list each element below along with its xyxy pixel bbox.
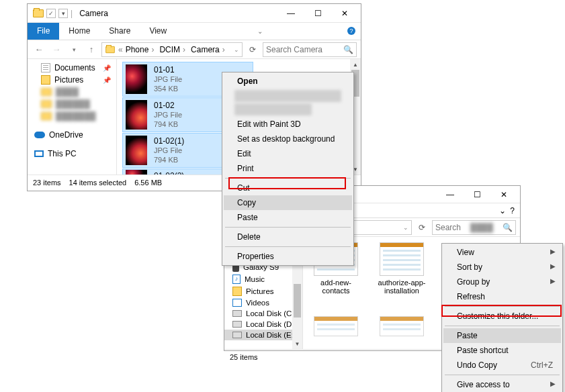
sidebar-item-diskd[interactable]: Local Disk (D:) [224, 319, 302, 330]
sidebar-item-redacted[interactable]: ████ [28, 86, 116, 98]
menu-item-paste-shortcut[interactable]: Paste shortcut [443, 343, 561, 358]
breadcrumb-dcim[interactable]: DCIM [159, 45, 188, 54]
sidebar-item-thispc[interactable]: This PC [28, 148, 116, 160]
menu-item-customize[interactable]: Customize this folder... [443, 309, 561, 324]
close-button[interactable]: ✕ [331, 5, 358, 22]
scroll-down-icon[interactable]: ▼ [292, 338, 302, 349]
back-button[interactable]: ← [32, 42, 46, 57]
thumbnail [314, 316, 358, 336]
help-icon[interactable]: ? [510, 206, 515, 215]
breadcrumb[interactable]: « Phone DCIM Camera ⌄ [101, 42, 243, 57]
pin-icon: 📌 [103, 64, 111, 72]
pin-icon: 📌 [103, 77, 111, 84]
menu-separator [445, 375, 560, 375]
scroll-up-icon[interactable]: ▲ [350, 59, 361, 70]
menu-item-copy[interactable]: Copy [224, 195, 352, 210]
window-title: Camera [79, 9, 108, 18]
search-input[interactable]: Search Camera 🔍 [263, 42, 357, 57]
shortcut-label: Ctrl+Z [531, 360, 553, 370]
file-item[interactable]: authorize-app-installation [374, 242, 429, 295]
scroll-thumb[interactable] [294, 284, 301, 317]
menu-item-print[interactable]: Print [224, 161, 352, 176]
ribbon-tabs: File Home Share View ⌄ ? [28, 23, 361, 40]
sidebar-item-redacted[interactable]: ███████ [28, 110, 116, 122]
status-selected: 14 items selected [69, 179, 127, 187]
qat-checkbox-icon[interactable]: ✓ [46, 9, 56, 18]
refresh-button[interactable]: ⟳ [415, 223, 429, 232]
forward-button[interactable]: → [49, 42, 64, 57]
file-type: JPG File [154, 111, 182, 120]
menu-item-groupby[interactable]: Group by▶ [443, 275, 561, 289]
maximize-button[interactable]: ☐ [464, 186, 490, 203]
menu-item-open[interactable]: Open [224, 74, 352, 89]
sidebar-item-onedrive[interactable]: OneDrive [28, 129, 116, 141]
maximize-button[interactable]: ☐ [304, 5, 331, 22]
menu-item-paste[interactable]: Paste [224, 210, 352, 225]
file-name: add-new-contacts [308, 279, 363, 295]
menu-item-delete[interactable]: Delete [224, 230, 352, 244]
minimize-button[interactable]: — [277, 5, 304, 22]
file-name: 01-02(1) [154, 136, 184, 146]
thumbnail [126, 64, 147, 94]
sidebar-item-label: Videos [246, 299, 269, 307]
sidebar-item-diskc[interactable]: Local Disk (C:) [224, 308, 302, 319]
sidebar-item-pictures[interactable]: Pictures [224, 285, 302, 297]
sidebar: Documents 📌 Pictures 📌 ████ ██████ █████… [28, 59, 117, 175]
menu-item-cut[interactable]: Cut [224, 181, 352, 195]
tab-view[interactable]: View [140, 23, 176, 40]
pictures-icon [232, 287, 242, 296]
file-name: authorize-app-installation [374, 279, 429, 295]
menu-item-wallpaper[interactable]: Set as desktop background [224, 132, 352, 146]
recent-locations-button[interactable]: ▾ [67, 42, 81, 57]
menu-separator [225, 227, 351, 228]
sidebar-item-pictures[interactable]: Pictures 📌 [28, 74, 116, 86]
file-item[interactable] [374, 316, 429, 336]
menu-item-redacted[interactable] [234, 103, 312, 115]
sidebar-item-redacted[interactable]: ██████ [28, 98, 116, 110]
menu-item-edit[interactable]: Edit [224, 146, 352, 161]
tab-home[interactable]: Home [59, 23, 99, 40]
menu-item-paint3d[interactable]: Edit with Paint 3D [224, 117, 352, 132]
titlebar[interactable]: ✓ ▾ | Camera — ☐ ✕ [28, 4, 361, 23]
ribbon-collapse-icon[interactable]: ⌄ [257, 28, 263, 35]
menu-item-sortby[interactable]: Sort by▶ [443, 260, 561, 275]
tab-share[interactable]: Share [99, 23, 140, 40]
sidebar-item-music[interactable]: ♪Music [224, 273, 302, 285]
sidebar-item-label: Local Disk (D:) [246, 320, 296, 328]
chevron-right-icon: ▶ [550, 248, 556, 255]
sidebar-item-diske[interactable]: Local Disk (E:) [224, 330, 302, 340]
music-icon: ♪ [232, 275, 241, 284]
chevron-right-icon: ▶ [550, 262, 556, 270]
folder-icon [105, 46, 115, 52]
help-icon[interactable]: ? [347, 27, 355, 35]
sidebar-item-label: Documents [54, 63, 95, 72]
minimize-button[interactable]: — [437, 186, 464, 203]
breadcrumb-camera[interactable]: Camera [191, 45, 228, 54]
file-size: 794 KB [154, 156, 184, 165]
qat-dropdown-icon[interactable]: ▾ [58, 9, 68, 18]
file-item[interactable] [308, 316, 363, 336]
menu-item-view[interactable]: View▶ [443, 245, 561, 260]
menu-item-paste[interactable]: Paste [443, 328, 561, 343]
ribbon-collapse-icon[interactable]: ⌄ [499, 206, 506, 215]
menu-item-undo[interactable]: Undo CopyCtrl+Z [443, 358, 561, 373]
context-menu-file: Open Edit with Paint 3D Set as desktop b… [222, 72, 354, 266]
search-icon: 🔍 [343, 45, 353, 54]
search-input[interactable]: Search ████ 🔍 [432, 220, 516, 235]
pc-icon [34, 150, 44, 157]
up-button[interactable]: ↑ [84, 42, 99, 57]
sidebar-item-videos[interactable]: Videos [224, 297, 302, 308]
breadcrumb-prefix: « [118, 45, 123, 54]
breadcrumb-phone[interactable]: Phone [126, 45, 157, 54]
menu-item-refresh[interactable]: Refresh [443, 289, 561, 304]
menu-item-redacted[interactable] [234, 90, 341, 102]
sidebar-item-label: Pictures [54, 75, 83, 85]
thumbnail [126, 100, 147, 130]
search-placeholder-redacted: ████ [470, 223, 493, 232]
menu-item-give-access[interactable]: Give access to▶ [443, 377, 561, 392]
close-button[interactable]: ✕ [490, 186, 517, 203]
menu-item-properties[interactable]: Properties [224, 249, 352, 264]
refresh-button[interactable]: ⟳ [245, 45, 260, 54]
tab-file[interactable]: File [28, 23, 59, 40]
sidebar-item-documents[interactable]: Documents 📌 [28, 62, 116, 74]
